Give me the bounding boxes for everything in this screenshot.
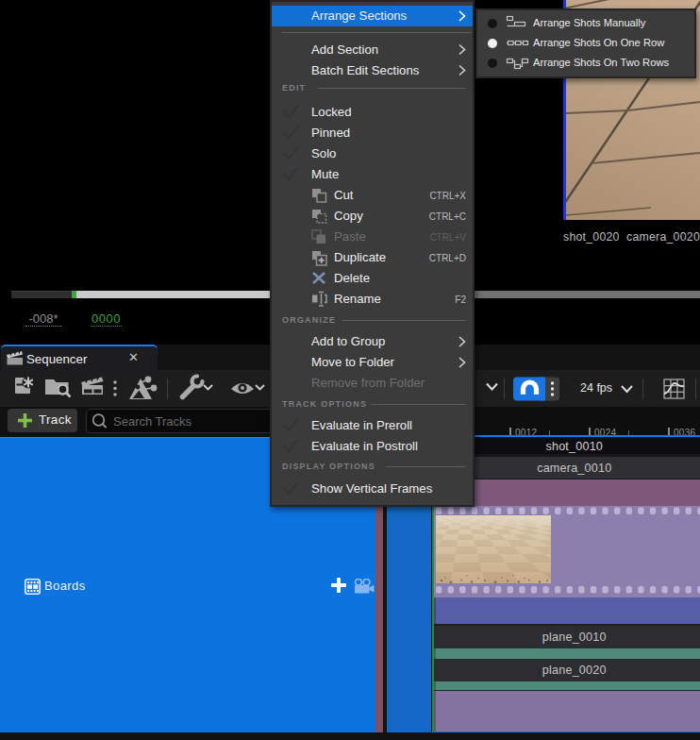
svg-text:24 fps: 24 fps: [580, 381, 612, 395]
